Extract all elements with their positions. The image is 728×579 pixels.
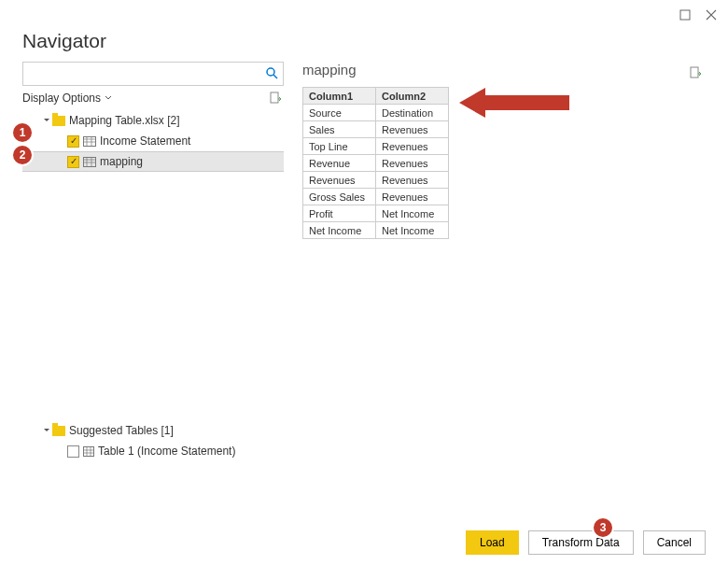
table-cell: Net Income — [376, 222, 449, 239]
column-header[interactable]: Column1 — [303, 88, 376, 105]
expander-icon[interactable] — [41, 427, 52, 434]
table-icon — [83, 157, 96, 167]
tree-file-node[interactable]: Mapping Table.xlsx [2] — [22, 110, 284, 131]
grid-icon — [83, 446, 94, 457]
svg-rect-6 — [691, 67, 698, 78]
table-row: Top LineRevenues — [303, 138, 449, 155]
table-header-row: Column1 Column2 — [303, 88, 449, 105]
search-icon[interactable] — [260, 66, 283, 82]
tree-item-mapping[interactable]: mapping — [22, 151, 284, 172]
checkbox[interactable] — [67, 156, 79, 168]
transform-data-button[interactable]: Transform Data — [528, 530, 634, 555]
chevron-down-icon — [105, 94, 112, 102]
column-header[interactable]: Column2 — [376, 88, 449, 105]
annotation-callout-3: 3 — [594, 518, 612, 537]
display-options-label: Display Options — [22, 92, 101, 105]
table-row: ProfitNet Income — [303, 205, 449, 222]
table-cell: Source — [303, 105, 376, 121]
annotation-callout-1: 1 — [13, 123, 32, 142]
close-icon[interactable] — [706, 9, 717, 21]
table-cell: Revenues — [376, 155, 449, 172]
refresh-icon[interactable] — [269, 92, 282, 105]
footer: Load Transform Data Cancel — [0, 521, 728, 564]
preview-table: Column1 Column2 SourceDestinationSalesRe… — [302, 87, 449, 239]
table-cell: Revenues — [376, 189, 449, 205]
svg-rect-5 — [84, 446, 94, 456]
table-cell: Profit — [303, 205, 376, 222]
table-row: SalesRevenues — [303, 121, 449, 138]
annotation-callout-2: 2 — [13, 146, 32, 164]
table-cell: Top Line — [303, 138, 376, 155]
svg-rect-2 — [271, 92, 278, 103]
svg-rect-4 — [84, 157, 96, 166]
expander-icon[interactable] — [41, 117, 52, 124]
table-row: SourceDestination — [303, 105, 449, 121]
table-row: Net IncomeNet Income — [303, 222, 449, 239]
titlebar — [0, 0, 728, 30]
tree-item-label: Income Statement — [100, 134, 190, 148]
maximize-icon[interactable] — [679, 9, 691, 21]
table-cell: Gross Sales — [303, 189, 376, 205]
folder-icon — [52, 116, 65, 126]
tree-suggested-label: Suggested Tables [1] — [69, 424, 174, 437]
table-cell: Net Income — [303, 222, 376, 239]
svg-marker-7 — [459, 88, 569, 118]
cancel-button[interactable]: Cancel — [643, 530, 706, 555]
table-cell: Revenues — [303, 172, 376, 189]
table-cell: Destination — [376, 105, 449, 121]
search-box[interactable] — [22, 62, 284, 86]
svg-rect-0 — [680, 10, 690, 20]
search-input[interactable] — [23, 63, 260, 85]
table-row: RevenuesRevenues — [303, 172, 449, 189]
preview-title: mapping — [302, 62, 357, 78]
table-cell: Revenues — [376, 121, 449, 138]
tree-suggested-header[interactable]: Suggested Tables [1] — [22, 420, 284, 441]
display-options-dropdown[interactable]: Display Options — [22, 92, 112, 105]
right-pane: mapping Column1 Column2 SourceDestinatio… — [302, 62, 706, 521]
tree-item-label: mapping — [100, 155, 143, 168]
tree-file-label: Mapping Table.xlsx [2] — [69, 114, 180, 127]
svg-rect-3 — [84, 136, 96, 146]
nav-tree: Mapping Table.xlsx [2] Income Statement … — [22, 110, 284, 521]
svg-point-1 — [267, 68, 274, 76]
tree-suggested-item-label: Table 1 (Income Statement) — [98, 445, 235, 458]
table-cell: Revenues — [376, 172, 449, 189]
table-row: RevenueRevenues — [303, 155, 449, 172]
table-row: Gross SalesRevenues — [303, 189, 449, 205]
tree-item-income-statement[interactable]: Income Statement — [22, 131, 284, 151]
checkbox[interactable] — [67, 135, 79, 148]
left-pane: Display Options Mapping Table.xlsx [2] — [22, 62, 284, 521]
table-cell: Revenue — [303, 155, 376, 172]
preview-refresh-icon[interactable] — [689, 66, 702, 83]
annotation-arrow — [459, 84, 571, 121]
dialog-title: Navigator — [22, 30, 706, 52]
checkbox[interactable] — [67, 445, 79, 458]
table-icon — [83, 136, 96, 147]
table-cell: Net Income — [376, 205, 449, 222]
dialog-header: Navigator — [0, 30, 728, 62]
load-button[interactable]: Load — [466, 530, 519, 555]
table-cell: Sales — [303, 121, 376, 138]
table-cell: Revenues — [376, 138, 449, 155]
folder-icon — [52, 426, 65, 436]
tree-suggested-item[interactable]: Table 1 (Income Statement) — [22, 441, 284, 461]
